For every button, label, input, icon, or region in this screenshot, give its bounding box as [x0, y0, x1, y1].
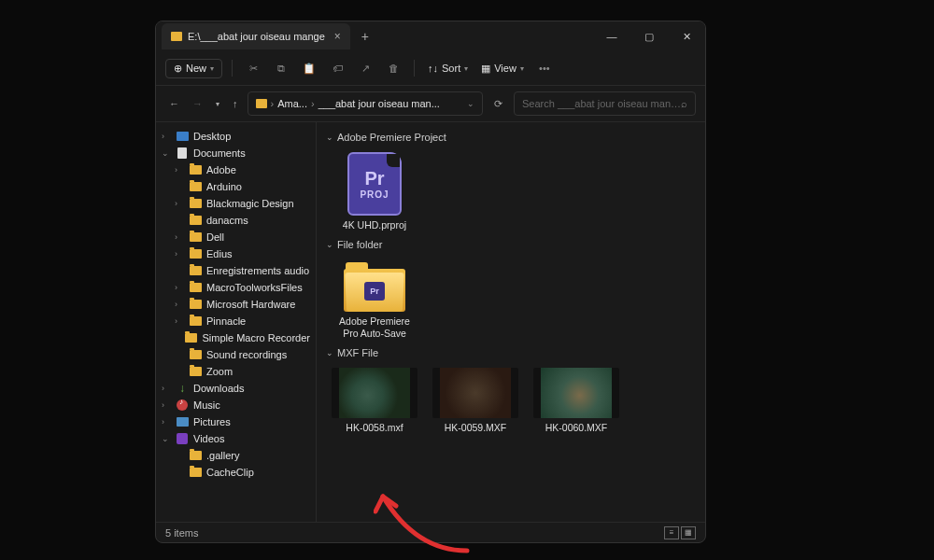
chevron-right-icon[interactable]: › [162, 132, 171, 141]
chevron-right-icon[interactable]: › [175, 232, 184, 242]
sidebar-item-edius[interactable]: ›Edius [156, 245, 316, 262]
sidebar-item-documents[interactable]: ⌄Documents [156, 145, 316, 161]
add-tab-button[interactable]: + [361, 29, 369, 44]
file-item-mxf[interactable]: HK-0059.MXF [431, 364, 520, 438]
forward-button[interactable]: → [189, 98, 206, 109]
pictures-icon [176, 416, 189, 427]
view-mode-icons: ≡ ▦ [664, 526, 696, 539]
tab-title: E:\___abat jour oiseau mange [188, 31, 325, 42]
chevron-down-icon: ▾ [520, 64, 524, 73]
delete-button[interactable]: 🗑 [382, 57, 404, 79]
music-icon [176, 399, 189, 411]
breadcrumb-seg-2[interactable]: ___abat jour oiseau man... [318, 98, 440, 109]
window-tab[interactable]: E:\___abat jour oiseau mange × [162, 23, 350, 49]
sidebar-item-blackmagic-design[interactable]: ›Blackmagic Design [156, 195, 316, 212]
chevron-down-icon[interactable]: ⌄ [162, 148, 171, 158]
sort-button[interactable]: ↑↓ Sort ▾ [424, 63, 472, 74]
sidebar-item--gallery[interactable]: .gallery [156, 447, 316, 464]
details-view-button[interactable]: ≡ [664, 526, 679, 539]
sidebar-item-cacheclip[interactable]: CacheClip [156, 464, 316, 481]
file-item-mxf[interactable]: HK-0058.mxf [330, 364, 419, 438]
folder-item[interactable]: Pr Adobe Premiere Pro Auto-Save [330, 256, 419, 343]
sidebar-item-desktop[interactable]: ›Desktop [156, 128, 316, 145]
breadcrumb[interactable]: › Ama... › ___abat jour oiseau man... ⌄ [248, 91, 484, 116]
sidebar-item-danacms[interactable]: danacms [156, 212, 316, 229]
chevron-down-icon: ⌄ [326, 348, 333, 357]
copy-button[interactable]: ⧉ [270, 57, 292, 79]
chevron-right-icon[interactable]: › [162, 400, 171, 410]
paste-button[interactable]: 📋 [298, 57, 320, 79]
sidebar-item-label: Microsoft Hardware [206, 299, 295, 310]
sidebar-item-downloads[interactable]: ›↓Downloads [156, 380, 316, 397]
sidebar-item-enregistrements-audio[interactable]: Enregistrements audio [156, 262, 316, 279]
chevron-right-icon[interactable]: › [175, 249, 184, 259]
sidebar-item-label: danacms [206, 215, 248, 226]
titlebar: E:\___abat jour oiseau mange × + — ▢ ✕ [156, 21, 705, 51]
search-input[interactable]: Search ___abat jour oiseau mangeoir vers… [514, 91, 696, 116]
back-button[interactable]: ← [165, 98, 183, 109]
sidebar-item-music[interactable]: ›Music [156, 397, 316, 413]
chevron-right-icon[interactable]: › [175, 199, 184, 208]
folder-icon [189, 231, 202, 243]
sidebar-item-macrotoolworksfiles[interactable]: ›MacroToolworksFiles [156, 279, 316, 296]
group-header-mxf[interactable]: ⌄ MXF File [326, 347, 696, 358]
file-item-mxf[interactable]: HK-0060.MXF [531, 364, 621, 438]
sidebar-item-label: Downloads [193, 383, 244, 394]
chevron-right-icon[interactable]: › [175, 316, 184, 326]
sidebar-item-label: MacroToolworksFiles [206, 282, 303, 293]
chevron-down-icon[interactable]: ⌄ [467, 99, 474, 108]
folder-icon [189, 282, 202, 293]
chevron-right-icon[interactable]: › [162, 417, 171, 427]
folder-icon [189, 299, 202, 310]
maximize-button[interactable]: ▢ [630, 21, 668, 51]
sidebar-item-label: Music [193, 399, 220, 411]
folder-icon [189, 215, 202, 226]
sidebar-item-sound-recordings[interactable]: Sound recordings [156, 346, 316, 363]
view-button[interactable]: ▦ View ▾ [477, 63, 528, 75]
folder-icon [185, 332, 197, 343]
recent-dropdown[interactable]: ▾ [212, 100, 223, 108]
file-item-prproj[interactable]: Pr PROJ 4K UHD.prproj [330, 148, 419, 235]
sidebar-item-adobe[interactable]: ›Adobe [156, 161, 316, 178]
statusbar: 5 items ≡ ▦ [156, 522, 705, 542]
sidebar-item-simple-macro-recorder[interactable]: Simple Macro Recorder [156, 329, 316, 346]
rename-button[interactable]: 🏷 [326, 57, 348, 79]
folder-label: Adobe Premiere Pro Auto-Save [333, 315, 416, 340]
more-button[interactable]: ••• [533, 57, 556, 79]
file-label: 4K UHD.prproj [343, 219, 406, 231]
new-button[interactable]: ⊕ New ▾ [165, 59, 222, 78]
folder-icon: Pr [344, 259, 405, 312]
sidebar-item-arduino[interactable]: Arduino [156, 178, 316, 195]
group-header-folder[interactable]: ⌄ File folder [326, 239, 696, 250]
refresh-button[interactable]: ⟳ [488, 98, 508, 110]
chevron-right-icon[interactable]: › [175, 300, 184, 309]
share-button[interactable]: ↗ [354, 57, 376, 79]
sidebar-item-videos[interactable]: ⌄Videos [156, 430, 316, 447]
new-label: New [186, 63, 206, 74]
sidebar-item-dell[interactable]: ›Dell [156, 229, 316, 245]
video-thumbnail-icon [533, 368, 619, 418]
close-button[interactable]: ✕ [668, 21, 705, 51]
search-icon: ⌕ [681, 98, 687, 109]
group-header-premiere[interactable]: ⌄ Adobe Premiere Project [326, 132, 696, 143]
chevron-right-icon[interactable]: › [175, 165, 184, 175]
icons-view-button[interactable]: ▦ [681, 526, 696, 539]
window-controls: — ▢ ✕ [593, 21, 705, 51]
chevron-down-icon[interactable]: ⌄ [162, 434, 171, 443]
sidebar-item-label: Enregistrements audio [206, 265, 309, 276]
chevron-right-icon[interactable]: › [162, 384, 171, 393]
tab-close-icon[interactable]: × [334, 30, 341, 43]
up-button[interactable]: ↑ [229, 98, 242, 109]
premiere-project-icon: Pr PROJ [347, 152, 402, 216]
sidebar-item-pictures[interactable]: ›Pictures [156, 413, 316, 430]
breadcrumb-seg-1[interactable]: Ama... [277, 98, 307, 109]
minimize-button[interactable]: — [593, 21, 630, 51]
chevron-right-icon[interactable]: › [175, 283, 184, 292]
sidebar-item-zoom[interactable]: Zoom [156, 363, 316, 380]
view-label: View [494, 63, 517, 74]
downloads-icon: ↓ [176, 383, 189, 394]
sidebar-item-pinnacle[interactable]: ›Pinnacle [156, 313, 316, 329]
cut-button[interactable]: ✂ [242, 57, 264, 79]
sidebar-item-microsoft-hardware[interactable]: ›Microsoft Hardware [156, 296, 316, 313]
chevron-down-icon: ▾ [464, 64, 468, 73]
